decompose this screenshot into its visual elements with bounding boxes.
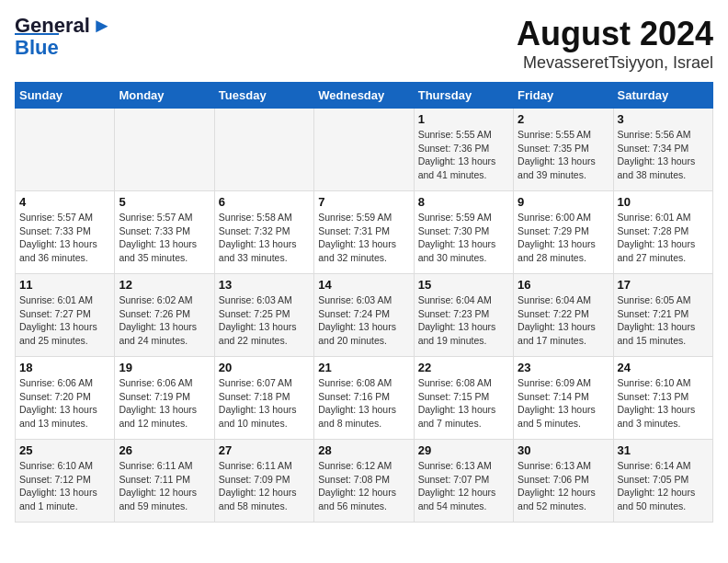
header-sunday: Sunday [16, 83, 115, 109]
calendar-week-row: 18Sunrise: 6:06 AMSunset: 7:20 PMDayligh… [16, 357, 713, 440]
day-number: 19 [119, 361, 210, 374]
day-info: Sunrise: 6:04 AMSunset: 7:23 PMDaylight:… [418, 293, 509, 348]
day-info: Sunrise: 6:02 AMSunset: 7:26 PMDaylight:… [119, 293, 210, 348]
day-number: 24 [618, 361, 709, 374]
day-info: Sunrise: 6:13 AMSunset: 7:06 PMDaylight:… [518, 459, 609, 513]
day-number: 17 [618, 278, 709, 292]
calendar-cell: 14Sunrise: 6:03 AMSunset: 7:24 PMDayligh… [314, 274, 414, 357]
calendar-cell: 6Sunrise: 5:58 AMSunset: 7:32 PMDaylight… [214, 191, 313, 274]
calendar-cell [16, 109, 115, 191]
calendar-cell: 22Sunrise: 6:08 AMSunset: 7:15 PMDayligh… [414, 357, 513, 440]
calendar-cell: 2Sunrise: 5:55 AMSunset: 7:35 PMDaylight… [514, 109, 613, 191]
day-number: 1 [418, 112, 509, 126]
header-friday: Friday [514, 83, 613, 109]
calendar-table: SundayMondayTuesdayWednesdayThursdayFrid… [15, 82, 713, 523]
title-area: August 2024 MevasseretTsiyyon, Israel [517, 15, 713, 73]
day-number: 15 [418, 278, 509, 292]
day-number: 23 [518, 361, 609, 374]
calendar-title: August 2024 [517, 15, 713, 53]
calendar-cell: 7Sunrise: 5:59 AMSunset: 7:31 PMDaylight… [314, 191, 414, 274]
day-info: Sunrise: 5:57 AMSunset: 7:33 PMDaylight:… [19, 211, 110, 265]
day-info: Sunrise: 6:00 AMSunset: 7:29 PMDaylight:… [518, 211, 609, 265]
calendar-cell: 4Sunrise: 5:57 AMSunset: 7:33 PMDaylight… [16, 191, 115, 274]
day-number: 8 [418, 195, 509, 209]
calendar-week-row: 11Sunrise: 6:01 AMSunset: 7:27 PMDayligh… [16, 274, 713, 357]
logo-blue: Blue [15, 33, 59, 59]
calendar-cell: 26Sunrise: 6:11 AMSunset: 7:11 PMDayligh… [115, 440, 214, 523]
day-number: 26 [119, 443, 210, 457]
calendar-cell: 13Sunrise: 6:03 AMSunset: 7:25 PMDayligh… [214, 274, 313, 357]
day-info: Sunrise: 6:14 AMSunset: 7:05 PMDaylight:… [618, 459, 709, 513]
calendar-cell: 24Sunrise: 6:10 AMSunset: 7:13 PMDayligh… [613, 357, 712, 440]
calendar-cell: 31Sunrise: 6:14 AMSunset: 7:05 PMDayligh… [613, 440, 712, 523]
day-number: 27 [219, 443, 310, 457]
calendar-cell: 27Sunrise: 6:11 AMSunset: 7:09 PMDayligh… [214, 440, 313, 523]
day-info: Sunrise: 6:12 AMSunset: 7:08 PMDaylight:… [318, 459, 409, 513]
header-monday: Monday [115, 83, 214, 109]
header-tuesday: Tuesday [214, 83, 313, 109]
day-info: Sunrise: 6:11 AMSunset: 7:09 PMDaylight:… [219, 459, 310, 513]
day-number: 29 [418, 443, 509, 457]
calendar-cell: 25Sunrise: 6:10 AMSunset: 7:12 PMDayligh… [16, 440, 115, 523]
day-number: 12 [119, 278, 210, 292]
calendar-cell: 28Sunrise: 6:12 AMSunset: 7:08 PMDayligh… [314, 440, 414, 523]
day-info: Sunrise: 5:57 AMSunset: 7:33 PMDaylight:… [119, 211, 210, 265]
day-info: Sunrise: 6:10 AMSunset: 7:13 PMDaylight:… [618, 376, 709, 431]
header-saturday: Saturday [613, 83, 712, 109]
calendar-cell: 1Sunrise: 5:55 AMSunset: 7:36 PMDaylight… [414, 109, 513, 191]
day-number: 20 [219, 361, 310, 374]
day-number: 22 [418, 361, 509, 374]
day-info: Sunrise: 6:11 AMSunset: 7:11 PMDaylight:… [119, 459, 210, 513]
calendar-cell: 12Sunrise: 6:02 AMSunset: 7:26 PMDayligh… [115, 274, 214, 357]
calendar-cell: 9Sunrise: 6:00 AMSunset: 7:29 PMDaylight… [514, 191, 613, 274]
day-number: 25 [19, 443, 110, 457]
day-number: 14 [318, 278, 409, 292]
day-info: Sunrise: 5:59 AMSunset: 7:30 PMDaylight:… [418, 211, 509, 265]
day-info: Sunrise: 6:01 AMSunset: 7:28 PMDaylight:… [618, 211, 709, 265]
calendar-cell: 18Sunrise: 6:06 AMSunset: 7:20 PMDayligh… [16, 357, 115, 440]
day-number: 9 [518, 195, 609, 209]
day-number: 3 [618, 112, 709, 126]
calendar-cell [214, 109, 313, 191]
day-info: Sunrise: 6:13 AMSunset: 7:07 PMDaylight:… [418, 459, 509, 513]
calendar-cell: 19Sunrise: 6:06 AMSunset: 7:19 PMDayligh… [115, 357, 214, 440]
day-info: Sunrise: 6:04 AMSunset: 7:22 PMDaylight:… [518, 293, 609, 348]
calendar-cell: 17Sunrise: 6:05 AMSunset: 7:21 PMDayligh… [613, 274, 712, 357]
calendar-week-row: 4Sunrise: 5:57 AMSunset: 7:33 PMDaylight… [16, 191, 713, 274]
calendar-cell [115, 109, 214, 191]
calendar-cell: 30Sunrise: 6:13 AMSunset: 7:06 PMDayligh… [514, 440, 613, 523]
header-thursday: Thursday [414, 83, 513, 109]
day-info: Sunrise: 6:03 AMSunset: 7:24 PMDaylight:… [318, 293, 409, 348]
day-info: Sunrise: 6:08 AMSunset: 7:15 PMDaylight:… [418, 376, 509, 431]
day-info: Sunrise: 6:06 AMSunset: 7:19 PMDaylight:… [119, 376, 210, 431]
day-info: Sunrise: 5:56 AMSunset: 7:34 PMDaylight:… [618, 128, 709, 182]
day-number: 6 [219, 195, 310, 209]
day-number: 16 [518, 278, 609, 292]
calendar-cell: 3Sunrise: 5:56 AMSunset: 7:34 PMDaylight… [613, 109, 712, 191]
day-info: Sunrise: 6:07 AMSunset: 7:18 PMDaylight:… [219, 376, 310, 431]
day-number: 31 [618, 443, 709, 457]
day-info: Sunrise: 6:01 AMSunset: 7:27 PMDaylight:… [19, 293, 110, 348]
day-info: Sunrise: 5:58 AMSunset: 7:32 PMDaylight:… [219, 211, 310, 265]
day-number: 11 [19, 278, 110, 292]
day-number: 7 [318, 195, 409, 209]
calendar-cell [314, 109, 414, 191]
day-number: 2 [518, 112, 609, 126]
day-number: 4 [19, 195, 110, 209]
calendar-cell: 15Sunrise: 6:04 AMSunset: 7:23 PMDayligh… [414, 274, 513, 357]
calendar-cell: 21Sunrise: 6:08 AMSunset: 7:16 PMDayligh… [314, 357, 414, 440]
calendar-header-row: SundayMondayTuesdayWednesdayThursdayFrid… [16, 83, 713, 109]
calendar-cell: 10Sunrise: 6:01 AMSunset: 7:28 PMDayligh… [613, 191, 712, 274]
calendar-week-row: 25Sunrise: 6:10 AMSunset: 7:12 PMDayligh… [16, 440, 713, 523]
day-number: 13 [219, 278, 310, 292]
day-info: Sunrise: 6:08 AMSunset: 7:16 PMDaylight:… [318, 376, 409, 431]
day-number: 18 [19, 361, 110, 374]
day-number: 10 [618, 195, 709, 209]
page-header: General► Blue August 2024 MevasseretTsiy… [15, 15, 713, 73]
day-number: 28 [318, 443, 409, 457]
calendar-cell: 11Sunrise: 6:01 AMSunset: 7:27 PMDayligh… [16, 274, 115, 357]
day-info: Sunrise: 6:05 AMSunset: 7:21 PMDaylight:… [618, 293, 709, 348]
calendar-cell: 8Sunrise: 5:59 AMSunset: 7:30 PMDaylight… [414, 191, 513, 274]
day-number: 21 [318, 361, 409, 374]
day-info: Sunrise: 5:55 AMSunset: 7:35 PMDaylight:… [518, 128, 609, 182]
